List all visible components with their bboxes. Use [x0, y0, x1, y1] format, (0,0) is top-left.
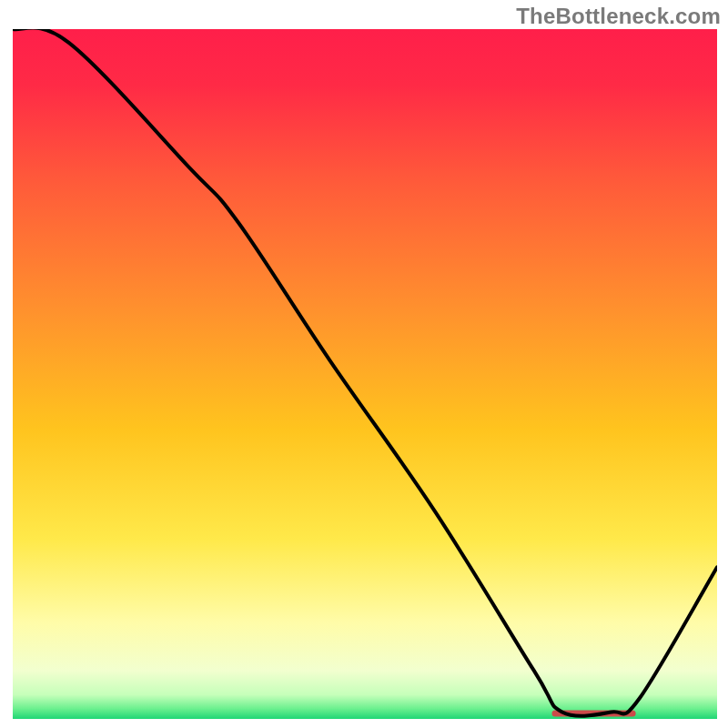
watermark-text: TheBottleneck.com	[516, 4, 721, 29]
chart-stage: TheBottleneck.com	[0, 0, 728, 728]
bottleneck-chart	[0, 0, 728, 728]
gradient-background	[13, 29, 717, 719]
